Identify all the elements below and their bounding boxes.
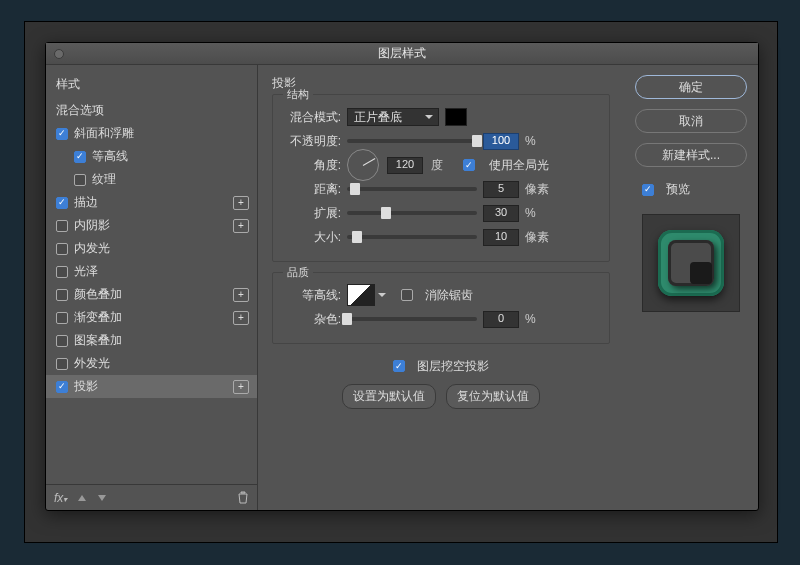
style-checkbox[interactable] bbox=[56, 266, 68, 278]
styles-header[interactable]: 样式 bbox=[46, 70, 257, 99]
style-checkbox[interactable] bbox=[56, 220, 68, 232]
styles-list: 样式 混合选项 斜面和浮雕等高线纹理描边+内阴影+内发光光泽颜色叠加+渐变叠加+… bbox=[46, 65, 258, 510]
dialog-actions: 确定 取消 新建样式... 预览 bbox=[624, 65, 758, 510]
structure-group: 结构 混合模式: 正片叠底 不透明度: 100 % 角度: bbox=[272, 94, 610, 262]
shadow-color-swatch[interactable] bbox=[445, 108, 467, 126]
knockout-checkbox[interactable] bbox=[393, 360, 405, 372]
style-item[interactable]: 等高线 bbox=[46, 145, 257, 168]
arrow-down-icon[interactable] bbox=[97, 493, 107, 503]
size-label: 大小: bbox=[283, 229, 341, 246]
style-item[interactable]: 颜色叠加+ bbox=[46, 283, 257, 306]
spread-input[interactable]: 30 bbox=[483, 205, 519, 222]
distance-label: 距离: bbox=[283, 181, 341, 198]
effect-settings: 投影 结构 混合模式: 正片叠底 不透明度: 100 % bbox=[258, 65, 624, 510]
quality-group: 品质 等高线: 消除锯齿 杂色: 0 % bbox=[272, 272, 610, 344]
blending-options[interactable]: 混合选项 bbox=[46, 99, 257, 122]
style-item-label: 斜面和浮雕 bbox=[74, 125, 134, 142]
angle-input[interactable]: 120 bbox=[387, 157, 423, 174]
noise-slider[interactable] bbox=[347, 317, 477, 321]
noise-input[interactable]: 0 bbox=[483, 311, 519, 328]
style-checkbox[interactable] bbox=[56, 381, 68, 393]
angle-dial[interactable] bbox=[347, 149, 379, 181]
new-style-button[interactable]: 新建样式... bbox=[635, 143, 747, 167]
style-item-label: 描边 bbox=[74, 194, 98, 211]
style-item-label: 纹理 bbox=[92, 171, 116, 188]
style-item-label: 内阴影 bbox=[74, 217, 110, 234]
distance-input[interactable]: 5 bbox=[483, 181, 519, 198]
style-checkbox[interactable] bbox=[74, 174, 86, 186]
angle-label: 角度: bbox=[283, 157, 341, 174]
style-item-label: 光泽 bbox=[74, 263, 98, 280]
add-effect-icon[interactable]: + bbox=[233, 311, 249, 325]
style-item-label: 等高线 bbox=[92, 148, 128, 165]
style-item[interactable]: 内阴影+ bbox=[46, 214, 257, 237]
panel-title: 投影 bbox=[272, 75, 610, 92]
style-item[interactable]: 内发光 bbox=[46, 237, 257, 260]
style-checkbox[interactable] bbox=[56, 197, 68, 209]
make-default-button[interactable]: 设置为默认值 bbox=[342, 384, 436, 409]
styles-footer: fx▾ bbox=[46, 484, 257, 510]
style-item-label: 内发光 bbox=[74, 240, 110, 257]
spread-label: 扩展: bbox=[283, 205, 341, 222]
layer-style-dialog: 图层样式 样式 混合选项 斜面和浮雕等高线纹理描边+内阴影+内发光光泽颜色叠加+… bbox=[45, 42, 759, 511]
style-item[interactable]: 投影+ bbox=[46, 375, 257, 398]
style-checkbox[interactable] bbox=[56, 312, 68, 324]
distance-slider[interactable] bbox=[347, 187, 477, 191]
style-item-label: 渐变叠加 bbox=[74, 309, 122, 326]
style-checkbox[interactable] bbox=[56, 128, 68, 140]
style-checkbox[interactable] bbox=[56, 358, 68, 370]
close-icon[interactable] bbox=[54, 49, 64, 59]
style-item[interactable]: 纹理 bbox=[46, 168, 257, 191]
noise-label: 杂色: bbox=[283, 311, 341, 328]
global-light-checkbox[interactable] bbox=[463, 159, 475, 171]
trash-icon[interactable] bbox=[237, 491, 249, 504]
style-checkbox[interactable] bbox=[56, 243, 68, 255]
style-item-label: 颜色叠加 bbox=[74, 286, 122, 303]
style-item-label: 外发光 bbox=[74, 355, 110, 372]
add-effect-icon[interactable]: + bbox=[233, 196, 249, 210]
add-effect-icon[interactable]: + bbox=[233, 288, 249, 302]
fx-icon[interactable]: fx▾ bbox=[54, 491, 67, 505]
style-item[interactable]: 光泽 bbox=[46, 260, 257, 283]
opacity-label: 不透明度: bbox=[283, 133, 341, 150]
antialias-label: 消除锯齿 bbox=[425, 287, 473, 304]
style-item[interactable]: 外发光 bbox=[46, 352, 257, 375]
opacity-slider[interactable] bbox=[347, 139, 477, 143]
reset-default-button[interactable]: 复位为默认值 bbox=[446, 384, 540, 409]
blend-mode-label: 混合模式: bbox=[283, 109, 341, 126]
antialias-checkbox[interactable] bbox=[401, 289, 413, 301]
preview-icon bbox=[658, 230, 724, 296]
spread-slider[interactable] bbox=[347, 211, 477, 215]
preview-label: 预览 bbox=[666, 181, 690, 198]
cancel-button[interactable]: 取消 bbox=[635, 109, 747, 133]
knockout-label: 图层挖空投影 bbox=[417, 358, 489, 375]
style-item[interactable]: 渐变叠加+ bbox=[46, 306, 257, 329]
style-item[interactable]: 图案叠加 bbox=[46, 329, 257, 352]
style-checkbox[interactable] bbox=[56, 335, 68, 347]
blend-mode-select[interactable]: 正片叠底 bbox=[347, 108, 439, 126]
preview-checkbox[interactable] bbox=[642, 184, 654, 196]
size-slider[interactable] bbox=[347, 235, 477, 239]
titlebar[interactable]: 图层样式 bbox=[46, 43, 758, 65]
contour-label: 等高线: bbox=[283, 287, 341, 304]
opacity-input[interactable]: 100 bbox=[483, 133, 519, 150]
style-checkbox[interactable] bbox=[74, 151, 86, 163]
style-item-label: 图案叠加 bbox=[74, 332, 122, 349]
size-input[interactable]: 10 bbox=[483, 229, 519, 246]
style-item[interactable]: 斜面和浮雕 bbox=[46, 122, 257, 145]
add-effect-icon[interactable]: + bbox=[233, 219, 249, 233]
arrow-up-icon[interactable] bbox=[77, 493, 87, 503]
dialog-title: 图层样式 bbox=[378, 45, 426, 62]
ok-button[interactable]: 确定 bbox=[635, 75, 747, 99]
style-item[interactable]: 描边+ bbox=[46, 191, 257, 214]
style-checkbox[interactable] bbox=[56, 289, 68, 301]
style-item-label: 投影 bbox=[74, 378, 98, 395]
contour-picker[interactable] bbox=[347, 284, 375, 306]
global-light-label: 使用全局光 bbox=[489, 157, 549, 174]
add-effect-icon[interactable]: + bbox=[233, 380, 249, 394]
preview-thumbnail bbox=[642, 214, 740, 312]
